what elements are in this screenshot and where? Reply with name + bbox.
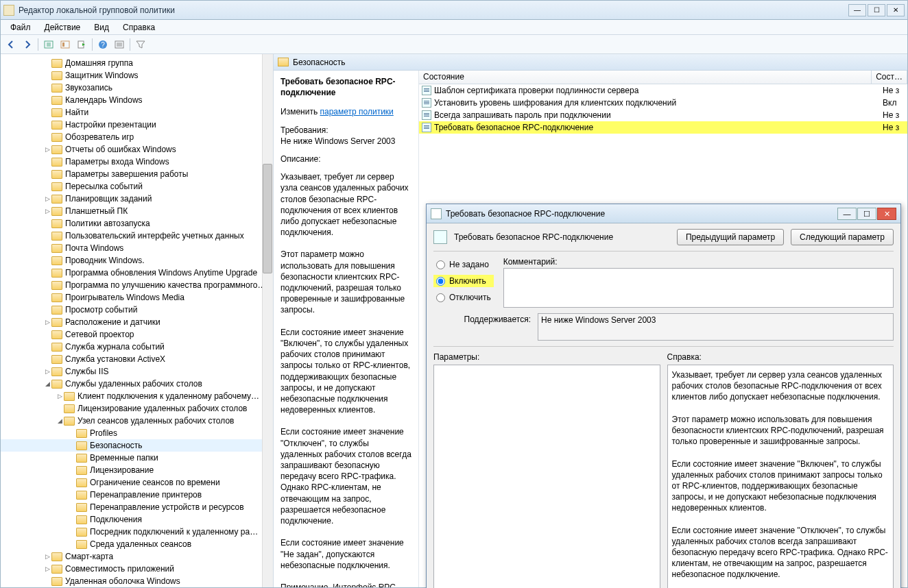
tree-item[interactable]: Найти	[1, 106, 273, 119]
menu-view[interactable]: Вид	[87, 21, 116, 34]
menu-action[interactable]: Действие	[38, 21, 88, 34]
expander-icon[interactable]: ▷	[43, 195, 51, 202]
export-button[interactable]	[74, 37, 89, 52]
dialog-maximize-button[interactable]: ☐	[857, 208, 876, 220]
expander-icon[interactable]: ▷	[43, 208, 51, 215]
expander-icon[interactable]: ◢	[43, 380, 51, 387]
close-button[interactable]: ✕	[887, 4, 905, 16]
column-state[interactable]: Сост…	[872, 71, 907, 84]
tree-item[interactable]: Подключения	[1, 513, 273, 526]
tree-item[interactable]: Лицензирование	[1, 464, 273, 476]
tree-item[interactable]: Обозреватель игр	[1, 131, 273, 143]
expander-icon[interactable]: ▷	[56, 393, 64, 400]
expander-icon[interactable]: ▷	[43, 319, 51, 326]
tree-item[interactable]: Пересылка событий	[1, 180, 273, 193]
filter-button[interactable]	[133, 37, 148, 52]
tree-item[interactable]: Пользовательский интерфейс учетных данны…	[1, 230, 273, 242]
scrollbar-thumb[interactable]	[263, 164, 272, 273]
next-setting-button[interactable]: Следующий параметр	[791, 229, 894, 245]
dialog-titlebar[interactable]: Требовать безопасное RPC-подключение — ☐…	[427, 204, 900, 223]
menu-file[interactable]: Файл	[3, 21, 38, 34]
dialog-bottom: Параметры: Справка: Указывает, требует л…	[433, 352, 894, 588]
properties-button[interactable]	[112, 37, 127, 52]
tree-item[interactable]: Сетевой проектор	[1, 328, 273, 341]
tree-item-label: Обозреватель игр	[65, 132, 134, 142]
tree-item[interactable]: Временные папки	[1, 452, 273, 464]
tree-item[interactable]: Политики автозапуска	[1, 217, 273, 230]
tree-item[interactable]: ◢Службы удаленных рабочих столов	[1, 378, 273, 390]
tree-item[interactable]: ◢Узел сеансов удаленных рабочих столов	[1, 415, 273, 427]
tree-item[interactable]: Проводник Windows.	[1, 254, 273, 267]
policy-list-row[interactable]: Шаблон сертификата проверки подлинности …	[419, 84, 907, 97]
maximize-button[interactable]: ☐	[868, 4, 885, 16]
dialog-close-button[interactable]: ✕	[877, 208, 896, 220]
list-header: Состояние Сост…	[419, 71, 907, 84]
up-button[interactable]	[41, 37, 56, 52]
tree-item[interactable]: Параметры входа Windows	[1, 156, 273, 168]
tree-item[interactable]: Программа по улучшению качества программ…	[1, 279, 273, 291]
radio-disabled[interactable]: Отключить	[433, 291, 494, 304]
options-button[interactable]	[58, 37, 73, 52]
back-button[interactable]	[3, 37, 19, 52]
tree-item[interactable]: ▷Планшетный ПК	[1, 205, 273, 217]
previous-setting-button[interactable]: Предыдущий параметр	[677, 229, 784, 245]
tree-item[interactable]: Параметры завершения работы	[1, 168, 273, 180]
tree-item[interactable]: ▷Клиент подключения к удаленному рабочем…	[1, 390, 273, 402]
tree-item[interactable]: Проигрыватель Windows Media	[1, 291, 273, 304]
column-name[interactable]: Состояние	[419, 71, 872, 84]
radio-not-configured[interactable]: Не задано	[433, 258, 494, 271]
tree-item[interactable]: Безопасность	[1, 439, 273, 452]
expander-icon[interactable]: ▷	[43, 146, 51, 153]
policy-list-row[interactable]: Всегда запрашивать пароль при подключени…	[419, 109, 907, 121]
radio-enabled-input[interactable]	[436, 277, 445, 286]
tree-item[interactable]: Просмотр событий	[1, 304, 273, 316]
radio-enabled[interactable]: Включить	[433, 275, 494, 287]
tree-item[interactable]: ▷Смарт-карта	[1, 550, 273, 563]
tree-item[interactable]: Служба установки ActiveX	[1, 353, 273, 365]
tree-item[interactable]: Посредник подключений к удаленному ра…	[1, 526, 273, 538]
radio-disabled-input[interactable]	[436, 293, 445, 302]
policy-list-row[interactable]: Требовать безопасное RPC-подключениеНе з	[419, 121, 907, 134]
tree-item[interactable]: ▷Совместимость приложений	[1, 563, 273, 575]
tree-item[interactable]: Служба журнала событий	[1, 341, 273, 353]
tree-item[interactable]: Удаленная оболочка Windows	[1, 575, 273, 587]
tree-item[interactable]: Profiles	[1, 427, 273, 439]
tree-item[interactable]: Настройки презентации	[1, 119, 273, 131]
minimize-button[interactable]: —	[848, 4, 866, 16]
help-box[interactable]: Указывает, требует ли сервер узла сеансо…	[667, 365, 894, 588]
expander-icon[interactable]: ▷	[43, 565, 51, 572]
tree-item[interactable]: Среда удаленных сеансов	[1, 538, 273, 550]
comment-textarea[interactable]	[503, 268, 894, 308]
tree-item[interactable]: ▷Планировщик заданий	[1, 193, 273, 205]
scrollbar-track[interactable]	[262, 54, 273, 587]
dialog-minimize-button[interactable]: —	[837, 208, 857, 220]
menu-help[interactable]: Справка	[116, 21, 162, 34]
tree-item[interactable]: Ограничение сеансов по времени	[1, 476, 273, 489]
tree-item[interactable]: Почта Windows	[1, 242, 273, 254]
expander-icon[interactable]: ▷	[43, 553, 51, 560]
expander-icon[interactable]: ◢	[56, 417, 64, 424]
tree-item[interactable]: Перенаправление принтеров	[1, 489, 273, 501]
help-button[interactable]: ?	[95, 37, 110, 52]
folder-icon	[51, 306, 62, 315]
tree-item-label: Совместимость приложений	[65, 564, 174, 574]
policy-list-row[interactable]: Установить уровень шифрования для клиент…	[419, 97, 907, 109]
forward-button[interactable]	[20, 37, 35, 52]
radio-not-configured-input[interactable]	[436, 260, 445, 269]
tree-item[interactable]: Домашняя группа	[1, 57, 273, 69]
edit-policy-link[interactable]: параметр политики	[320, 107, 393, 117]
tree-item[interactable]: Защитник Windows	[1, 69, 273, 82]
expander-icon[interactable]: ▷	[43, 368, 51, 375]
tree-item[interactable]: Лицензирование удаленных рабочих столов	[1, 402, 273, 415]
tree-item[interactable]: Календарь Windows	[1, 94, 273, 106]
tree-item[interactable]: ▷Расположение и датчики	[1, 316, 273, 328]
policy-row-label: Всегда запрашивать пароль при подключени…	[434, 110, 883, 120]
tree-item[interactable]: Программа обновления Windows Anytime Upg…	[1, 267, 273, 279]
tree-item[interactable]: ▷Службы IIS	[1, 365, 273, 378]
folder-icon	[76, 515, 87, 524]
tree-item[interactable]: ▷Отчеты об ошибках Windows	[1, 143, 273, 156]
tree-item[interactable]: Перенаправление устройств и ресурсов	[1, 501, 273, 513]
policy-row-state: Не з	[883, 86, 899, 95]
tree-item[interactable]: Звукозапись	[1, 82, 273, 94]
policy-row-label: Шаблон сертификата проверки подлинности …	[434, 86, 883, 95]
